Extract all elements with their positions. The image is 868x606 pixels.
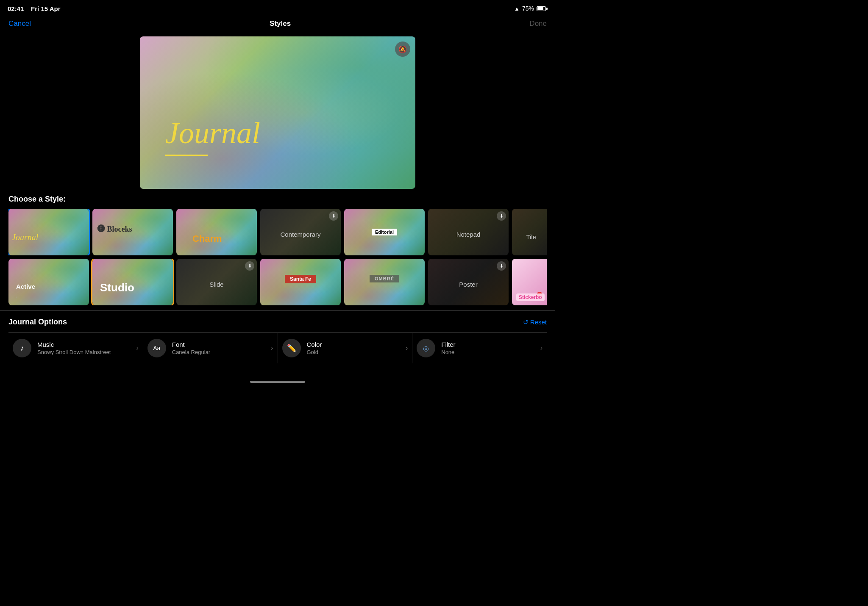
color-icon: ✏️ [282, 339, 301, 357]
style-label-contemporary: Contemporary [260, 228, 341, 241]
reset-icon: ↺ [523, 318, 529, 326]
done-button[interactable]: Done [529, 19, 547, 28]
style-card-charm[interactable]: Charm [176, 209, 257, 255]
preview-underline [165, 155, 208, 156]
style-card-active[interactable]: Active → [8, 259, 89, 305]
option-music-label: Music [37, 341, 130, 348]
options-header: Journal Options ↺ Reset [8, 318, 547, 327]
style-card-studio[interactable]: Studio [92, 259, 173, 305]
option-color-label: Color [307, 341, 400, 348]
status-bar: 02:41 Fri 15 Apr ▲ 75% [0, 0, 555, 15]
choose-style-label: Choose a Style: [0, 195, 555, 209]
battery-percent: 75% [522, 5, 534, 12]
option-font-value: Canela Regular [172, 349, 265, 355]
style-label-poster: Poster [428, 278, 509, 291]
preview-card: 🔕 Journal [140, 36, 415, 189]
reset-button[interactable]: ↺ Reset [523, 318, 547, 326]
active-arrow: → [14, 294, 18, 299]
style-label-santafe: Santa Fe [285, 275, 316, 283]
wifi-icon: ▲ [514, 6, 520, 12]
style-card-slide[interactable]: ⬇ Slide [176, 259, 257, 305]
font-icon: Aa [147, 339, 166, 357]
style-card-notepad[interactable]: ⬇ Notepad [428, 209, 509, 255]
status-right: ▲ 75% [514, 5, 548, 12]
option-filter-label: Filter [441, 341, 534, 348]
style-label-bloceks: 🅑 Bloceks [97, 225, 132, 234]
preview-container: 🔕 Journal [0, 34, 555, 195]
style-card-santafe[interactable]: Santa Fe [260, 259, 341, 305]
style-label-tile: Tile [512, 233, 547, 241]
style-card-ombre[interactable]: OMBRÉ [344, 259, 425, 305]
mute-button[interactable]: 🔕 [395, 42, 410, 57]
style-label-stickerbo: Stickerbo [516, 293, 545, 301]
options-row: ♪ Music Snowy Stroll Down Mainstreet › A… [8, 332, 547, 363]
option-color-value: Gold [307, 349, 400, 355]
option-music[interactable]: ♪ Music Snowy Stroll Down Mainstreet › [8, 333, 143, 363]
download-badge-slide: ⬇ [245, 261, 254, 271]
download-badge-poster: ⬇ [497, 261, 506, 271]
music-icon: ♪ [13, 339, 31, 357]
option-font-label: Font [172, 341, 265, 348]
options-title: Journal Options [8, 318, 67, 327]
styles-row-2: Active → Studio ⬇ Slide Santa Fe OMBRÉ ⬇… [8, 259, 547, 305]
music-chevron-icon: › [136, 344, 138, 352]
styles-grid: Journal 🅑 Bloceks Charm ⬇ Contemporary E… [0, 209, 555, 305]
font-chevron-icon: › [271, 344, 273, 352]
style-card-stickerbo[interactable]: Stickerbo [512, 259, 547, 305]
option-filter-value: None [441, 349, 534, 355]
time: 02:41 [8, 5, 24, 12]
battery-icon [537, 6, 548, 11]
option-filter[interactable]: ◎ Filter None › [412, 333, 547, 363]
option-music-text: Music Snowy Stroll Down Mainstreet [37, 341, 130, 355]
option-color[interactable]: ✏️ Color Gold › [278, 333, 413, 363]
style-card-tile[interactable]: Tile [512, 209, 547, 255]
option-color-text: Color Gold [307, 341, 400, 355]
status-time-date: 02:41 Fri 15 Apr [8, 5, 61, 12]
filter-chevron-icon: › [540, 344, 542, 352]
download-badge-contemporary: ⬇ [329, 211, 338, 221]
download-badge-notepad: ⬇ [497, 211, 506, 221]
style-label-active: Active [13, 280, 89, 293]
reset-label: Reset [530, 318, 547, 326]
filter-icon: ◎ [417, 339, 435, 357]
option-font-text: Font Canela Regular [172, 341, 265, 355]
page-title: Styles [270, 19, 291, 28]
style-card-journal[interactable]: Journal [8, 209, 89, 255]
journal-options-section: Journal Options ↺ Reset ♪ Music Snowy St… [0, 310, 555, 367]
style-card-poster[interactable]: ⬇ Poster [428, 259, 509, 305]
style-label-notepad: Notepad [428, 228, 509, 241]
option-filter-text: Filter None [441, 341, 534, 355]
color-chevron-icon: › [406, 344, 408, 352]
home-indicator [250, 381, 305, 383]
styles-row-1: Journal 🅑 Bloceks Charm ⬇ Contemporary E… [8, 209, 547, 255]
style-card-contemporary[interactable]: ⬇ Contemporary [260, 209, 341, 255]
style-card-editorial[interactable]: Editorial [344, 209, 425, 255]
cancel-button[interactable]: Cancel [8, 19, 31, 28]
style-card-bloceks[interactable]: 🅑 Bloceks [92, 209, 173, 255]
style-label-ombre: OMBRÉ [370, 275, 399, 282]
style-label-studio: Studio [97, 279, 173, 297]
preview-title: Journal [165, 116, 260, 151]
date: Fri 15 Apr [31, 5, 60, 12]
option-font[interactable]: Aa Font Canela Regular › [143, 333, 278, 363]
style-label-journal: Journal [8, 230, 89, 245]
style-label-charm: Charm [189, 231, 257, 247]
option-music-value: Snowy Stroll Down Mainstreet [37, 349, 130, 355]
style-label-slide: Slide [176, 278, 257, 291]
nav-bar: Cancel Styles Done [0, 15, 555, 34]
editorial-badge: Editorial [372, 229, 397, 235]
mute-icon: 🔕 [398, 45, 407, 53]
